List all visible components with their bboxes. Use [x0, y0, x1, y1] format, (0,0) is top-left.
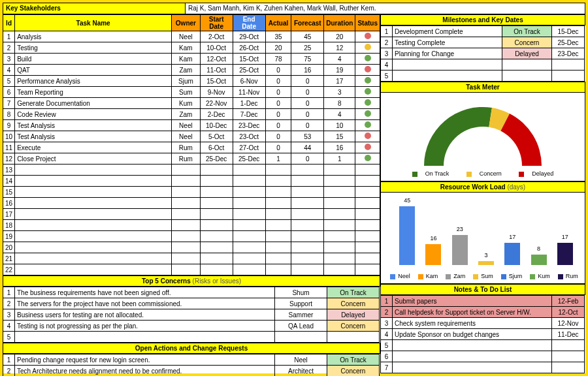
cell-status: Concern — [327, 298, 380, 309]
cell-actual — [265, 176, 291, 187]
cell-text — [393, 351, 552, 362]
cell-forecast: 0 — [291, 153, 324, 164]
table-row[interactable]: 15 — [3, 187, 380, 198]
table-row[interactable]: 2The servers for the project have not be… — [3, 298, 380, 309]
cell-start: 10-Dec — [200, 120, 233, 131]
task-table: Id Task Name Owner Start Date End Date A… — [3, 14, 380, 275]
actions-title: Open Actions and Change Requests — [3, 343, 380, 354]
cell-end — [233, 242, 265, 253]
cell-actual — [265, 242, 291, 253]
table-row[interactable]: 5 — [3, 332, 380, 343]
cell-name — [15, 176, 172, 187]
table-row[interactable]: 7 — [381, 362, 585, 373]
cell-date — [552, 362, 585, 373]
table-row[interactable]: 21 — [3, 253, 380, 264]
cell-owner — [172, 187, 200, 198]
cell-status — [355, 31, 380, 42]
cell-id: 9 — [3, 120, 15, 131]
cell-id: 6 — [3, 87, 15, 98]
table-row[interactable]: 1Development CompleteOn Track15-Dec — [381, 26, 585, 37]
cell-id: 4 — [3, 65, 15, 76]
table-row[interactable]: 16 — [3, 198, 380, 209]
table-row[interactable]: 18 — [3, 220, 380, 231]
table-row[interactable]: 10Test AnalysisNeel5-Oct23-Oct05315 — [3, 131, 380, 142]
table-row[interactable]: 20 — [3, 242, 380, 253]
table-row[interactable]: 6 — [381, 351, 585, 362]
table-row[interactable]: 2TestingKam10-Oct26-Oct202512 — [3, 42, 380, 54]
cell-end — [233, 209, 265, 220]
cell-start — [200, 198, 233, 209]
table-row[interactable]: 6Team ReportingSum9-Nov11-Nov003 — [3, 87, 380, 98]
table-row[interactable]: 4Update Sponsor on budget changes11-Dec — [381, 329, 585, 340]
bar-value: 3 — [478, 252, 494, 258]
table-row[interactable]: 3Business users for testing are not allo… — [3, 309, 380, 321]
table-row[interactable]: 12Close ProjectRum25-Dec25-Dec101 — [3, 153, 380, 164]
cell-text: Submit papers — [393, 296, 552, 307]
cell-forecast: 44 — [291, 142, 324, 153]
cell-status — [355, 65, 380, 76]
table-row[interactable]: 2Testing CompleteConcern25-Dec — [381, 37, 585, 48]
table-row[interactable]: 8Code ReviewZam2-Dec7-Dec004 — [3, 109, 380, 120]
table-row[interactable]: 1Pending change request for new login sc… — [3, 354, 380, 366]
table-row[interactable]: 9Test AnalysisNeel10-Dec23-Dec0010 — [3, 120, 380, 131]
cell-id: 2 — [3, 42, 15, 54]
table-row[interactable]: 2Call helpdesk for Support ticket on Ser… — [381, 307, 585, 318]
cell-name — [15, 209, 172, 220]
table-row[interactable]: 3Check system requirements12-Nov — [381, 318, 585, 329]
table-row[interactable]: 2Tech Architecture needs alignment need … — [3, 366, 380, 377]
table-row[interactable]: 5 — [381, 70, 585, 82]
table-row[interactable]: 17 — [3, 209, 380, 220]
table-row[interactable]: 4QATZam11-Oct25-Oct01619 — [3, 65, 380, 76]
cell-start: 12-Oct — [200, 54, 233, 65]
cell-id: 6 — [381, 351, 393, 362]
cell-forecast — [291, 220, 324, 231]
cell-text: Tech Architecture needs alignment need t… — [15, 366, 275, 377]
table-row[interactable]: 3BuildKam12-Oct15-Oct78754 — [3, 54, 380, 65]
cell-name: QAT — [15, 65, 172, 76]
table-row[interactable]: 14 — [3, 176, 380, 187]
cell-id: 18 — [3, 220, 15, 231]
cell-id: 13 — [3, 164, 15, 176]
cell-status — [355, 264, 380, 275]
cell-text: The business requirements have not been … — [15, 287, 275, 298]
cell-start — [200, 264, 233, 275]
table-row[interactable]: 7Generate DocumentationKum22-Nov1-Dec008 — [3, 98, 380, 109]
red-dot-icon — [365, 144, 371, 150]
table-row[interactable]: 11ExecuteRum6-Oct27-Oct04416 — [3, 142, 380, 153]
table-row[interactable]: 5 — [381, 340, 585, 351]
cell-duration: 8 — [324, 98, 355, 109]
cell-duration — [324, 198, 355, 209]
table-row[interactable]: 4 — [381, 59, 585, 70]
cell-id: 4 — [381, 329, 393, 340]
table-row[interactable]: 1Submit papers12-Feb — [381, 296, 585, 307]
cell-status: On Track — [502, 26, 552, 37]
cell-end: 1-Dec — [233, 98, 265, 109]
table-row[interactable]: 13 — [3, 164, 380, 176]
table-row[interactable]: 5Performance AnalysisSjum15-Oct6-Nov0017 — [3, 76, 380, 87]
table-row[interactable]: 22 — [3, 264, 380, 275]
cell-end — [233, 176, 265, 187]
cell-id: 2 — [381, 307, 393, 318]
cell-id: 8 — [3, 109, 15, 120]
cell-name: Build — [15, 54, 172, 65]
bar-kam: 16 — [425, 244, 441, 265]
col-name: Task Name — [15, 15, 172, 31]
table-row[interactable]: 1AnalysisNeel2-Oct29-Oct354520 — [3, 31, 380, 42]
cell-actual: 20 — [265, 42, 291, 54]
notes-title: Notes & To Do List — [380, 284, 585, 295]
left-column: Id Task Name Owner Start Date End Date A… — [3, 14, 380, 376]
cell-status: On Track — [327, 354, 380, 366]
table-row[interactable]: 4Testing is not progressing as per the p… — [3, 321, 380, 332]
cell-forecast: 75 — [291, 54, 324, 65]
table-row[interactable]: 1The business requirements have not been… — [3, 287, 380, 298]
table-row[interactable]: 19 — [3, 231, 380, 242]
cell-id: 21 — [3, 253, 15, 264]
table-row[interactable]: 3Planning for ChangeDelayed23-Dec — [381, 48, 585, 59]
cell-text: Call helpdesk for Support ticket on Serv… — [393, 307, 552, 318]
cell-status — [327, 332, 380, 343]
col-forecast: Forecast — [291, 15, 324, 31]
cell-duration — [324, 176, 355, 187]
legend-item: Zam — [443, 273, 465, 279]
green-dot-icon — [365, 55, 371, 61]
cell-id: 5 — [3, 76, 15, 87]
